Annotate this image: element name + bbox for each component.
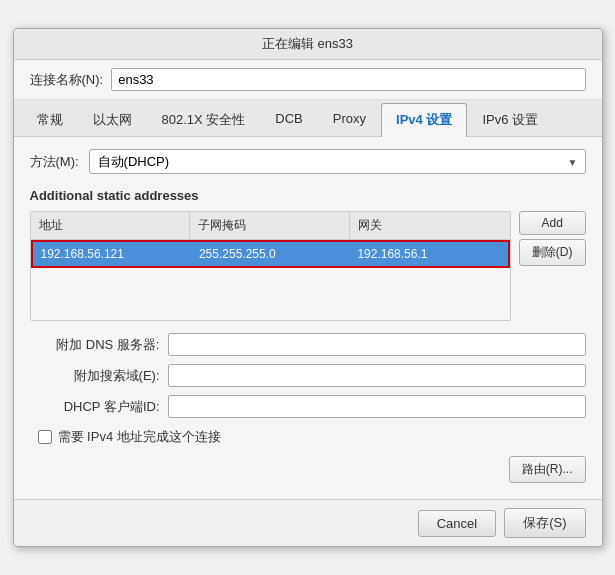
connection-name-label: 连接名称(N): — [30, 71, 104, 89]
addresses-section: 地址 子网掩码 网关 192.168.56.121 255.255.255.0 … — [30, 211, 586, 321]
cell-subnet: 255.255.255.0 — [191, 242, 349, 266]
cell-gateway: 192.168.56.1 — [349, 242, 507, 266]
col-address: 地址 — [31, 212, 191, 239]
tab-ipv4[interactable]: IPv4 设置 — [381, 103, 467, 137]
col-gateway: 网关 — [350, 212, 510, 239]
tab-proxy[interactable]: Proxy — [318, 103, 381, 136]
search-domain-input[interactable] — [168, 364, 586, 387]
connection-name-row: 连接名称(N): — [14, 60, 602, 100]
section-title: Additional static addresses — [30, 188, 586, 203]
method-select-wrapper: 自动(DHCP) 手动 仅链路本地 共享到其他计算机 禁用 ▼ — [89, 149, 586, 174]
method-row: 方法(M): 自动(DHCP) 手动 仅链路本地 共享到其他计算机 禁用 ▼ — [30, 149, 586, 174]
cancel-button[interactable]: Cancel — [418, 510, 496, 537]
method-select[interactable]: 自动(DHCP) 手动 仅链路本地 共享到其他计算机 禁用 — [89, 149, 586, 174]
col-subnet: 子网掩码 — [190, 212, 350, 239]
dhcp-client-label: DHCP 客户端ID: — [30, 398, 160, 416]
tab-ethernet[interactable]: 以太网 — [78, 103, 147, 136]
method-label: 方法(M): — [30, 153, 79, 171]
table-actions: Add 删除(D) — [519, 211, 586, 321]
cell-address: 192.168.56.121 — [33, 242, 191, 266]
require-ipv4-checkbox[interactable] — [38, 430, 52, 444]
form-fields: 附加 DNS 服务器: 附加搜索域(E): DHCP 客户端ID: — [30, 333, 586, 418]
dhcp-client-input[interactable] — [168, 395, 586, 418]
require-ipv4-label: 需要 IPv4 地址完成这个连接 — [58, 428, 221, 446]
footer: Cancel 保存(S) — [14, 499, 602, 546]
tab-ipv6[interactable]: IPv6 设置 — [467, 103, 553, 136]
table-body: 192.168.56.121 255.255.255.0 192.168.56.… — [31, 240, 510, 320]
tab-general[interactable]: 常规 — [22, 103, 78, 136]
addresses-table-container: 地址 子网掩码 网关 192.168.56.121 255.255.255.0 … — [30, 211, 511, 321]
title-bar: 正在编辑 ens33 — [14, 29, 602, 60]
dns-label: 附加 DNS 服务器: — [30, 336, 160, 354]
table-row[interactable]: 192.168.56.121 255.255.255.0 192.168.56.… — [31, 240, 510, 268]
delete-button[interactable]: 删除(D) — [519, 239, 586, 266]
connection-name-input[interactable] — [111, 68, 585, 91]
dialog-title: 正在编辑 ens33 — [262, 36, 353, 51]
route-button[interactable]: 路由(R)... — [509, 456, 586, 483]
search-domain-row: 附加搜索域(E): — [30, 364, 586, 387]
dhcp-client-row: DHCP 客户端ID: — [30, 395, 586, 418]
table-header: 地址 子网掩码 网关 — [31, 212, 510, 240]
save-button[interactable]: 保存(S) — [504, 508, 585, 538]
tabs-bar: 常规 以太网 802.1X 安全性 DCB Proxy IPv4 设置 IPv6… — [14, 100, 602, 137]
require-ipv4-row: 需要 IPv4 地址完成这个连接 — [30, 428, 586, 446]
dialog: 正在编辑 ens33 连接名称(N): 常规 以太网 802.1X 安全性 DC… — [13, 28, 603, 547]
dns-row: 附加 DNS 服务器: — [30, 333, 586, 356]
dns-input[interactable] — [168, 333, 586, 356]
add-button[interactable]: Add — [519, 211, 586, 235]
tab-content: 方法(M): 自动(DHCP) 手动 仅链路本地 共享到其他计算机 禁用 ▼ A… — [14, 137, 602, 499]
route-row: 路由(R)... — [30, 456, 586, 487]
search-domain-label: 附加搜索域(E): — [30, 367, 160, 385]
tab-security[interactable]: 802.1X 安全性 — [147, 103, 261, 136]
tab-dcb[interactable]: DCB — [260, 103, 317, 136]
